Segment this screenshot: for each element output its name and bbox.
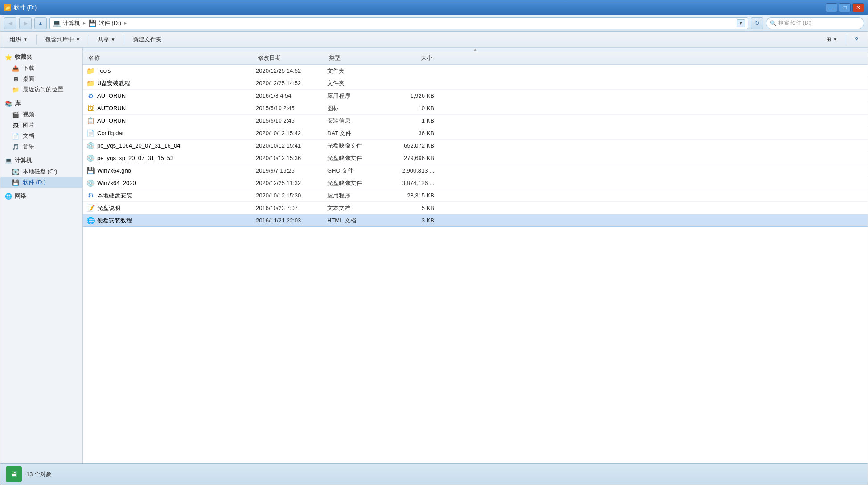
organize-button[interactable]: 组织 ▼ — [5, 33, 33, 46]
d-drive-label: 软件 (D:) — [23, 178, 45, 186]
share-button[interactable]: 共享 ▼ — [93, 33, 120, 46]
breadcrumb-computer[interactable]: 计算机 — [63, 19, 80, 27]
sidebar-item-video[interactable]: 🎬 视频 — [0, 109, 82, 120]
sidebar-item-d-drive[interactable]: 💾 软件 (D:) — [0, 177, 82, 188]
table-row[interactable]: 🖼 AUTORUN 2015/5/10 2:45 图标 10 KB — [83, 102, 868, 115]
file-name: 本地硬盘安装 — [97, 192, 132, 200]
close-button[interactable]: ✕ — [852, 3, 864, 12]
sidebar-item-pictures[interactable]: 🖼 图片 — [0, 120, 82, 131]
header-type[interactable]: 类型 — [327, 54, 381, 62]
file-name: U盘安装教程 — [97, 79, 130, 87]
include-label: 包含到库中 — [45, 36, 74, 44]
sidebar-section-library: 📚 库 🎬 视频 🖼 图片 📄 文档 🎵 音乐 — [0, 98, 82, 152]
folder-icon: 💻 — [53, 19, 61, 27]
file-icon: 📝 — [86, 204, 95, 212]
breadcrumb-dropdown[interactable]: ▼ — [737, 19, 745, 27]
share-label: 共享 — [98, 36, 109, 44]
include-library-button[interactable]: 包含到库中 ▼ — [40, 33, 85, 46]
maximize-button[interactable]: □ — [839, 3, 851, 12]
table-row[interactable]: 📁 U盘安装教程 2020/12/25 14:52 文件夹 — [83, 77, 868, 90]
table-row[interactable]: 💾 Win7x64.gho 2019/9/7 19:25 GHO 文件 2,90… — [83, 164, 868, 177]
documents-label: 文档 — [23, 132, 34, 140]
sidebar-header-network[interactable]: 🌐 网络 — [0, 190, 82, 202]
favorites-label: 收藏夹 — [15, 53, 32, 61]
file-type: 光盘映像文件 — [327, 142, 381, 150]
table-row[interactable]: 📁 Tools 2020/12/25 14:52 文件夹 — [83, 65, 868, 77]
sidebar-item-desktop[interactable]: 🖥 桌面 — [0, 74, 82, 84]
header-name[interactable]: 名称 — [86, 54, 256, 62]
organize-arrow: ▼ — [23, 37, 28, 42]
new-folder-button[interactable]: 新建文件夹 — [128, 33, 167, 46]
view-icon: ⊞ — [826, 36, 831, 43]
desktop-label: 桌面 — [23, 75, 34, 83]
file-type: 图标 — [327, 104, 381, 112]
up-button[interactable]: ▲ — [34, 17, 47, 29]
library-label: 库 — [15, 99, 21, 107]
file-name: AUTORUN — [97, 92, 126, 99]
table-row[interactable]: 💿 pe_yqs_xp_20_07_31_15_53 2020/10/12 15… — [83, 152, 868, 164]
help-button[interactable]: ? — [850, 33, 863, 46]
minimize-button[interactable]: ─ — [826, 3, 837, 12]
forward-button[interactable]: ▶ — [19, 17, 32, 29]
sidebar-item-recent[interactable]: 📁 最近访问的位置 — [0, 84, 82, 95]
titlebar: 📁 软件 (D:) ─ □ ✕ — [0, 0, 868, 15]
table-row[interactable]: 📝 光盘说明 2016/10/23 7:07 文本文档 5 KB — [83, 202, 868, 214]
file-type: 文件夹 — [327, 79, 381, 87]
file-date: 2016/11/21 22:03 — [256, 217, 327, 224]
file-icon: 📁 — [86, 79, 95, 87]
sidebar-item-documents[interactable]: 📄 文档 — [0, 131, 82, 141]
file-icon: ⚙ — [86, 192, 95, 200]
table-row[interactable]: ⚙ 本地硬盘安装 2020/10/12 15:30 应用程序 28,315 KB — [83, 189, 868, 202]
file-size: 1,926 KB — [381, 92, 434, 99]
documents-icon: 📄 — [12, 132, 19, 140]
file-name: AUTORUN — [97, 117, 126, 124]
breadcrumb-drive[interactable]: 软件 (D:) — [99, 19, 121, 27]
file-icon: 📁 — [86, 67, 95, 75]
table-row[interactable]: 🌐 硬盘安装教程 2016/11/21 22:03 HTML 文档 3 KB — [83, 214, 868, 227]
titlebar-title: 软件 (D:) — [14, 4, 37, 12]
sidebar-item-c-drive[interactable]: 💽 本地磁盘 (C:) — [0, 166, 82, 177]
sidebar-header-library[interactable]: 📚 库 — [0, 98, 82, 109]
file-icon: 📋 — [86, 117, 95, 125]
search-icon: 🔍 — [770, 20, 777, 26]
file-date: 2016/1/8 4:54 — [256, 92, 327, 99]
sidebar-header-favorites[interactable]: ⭐ 收藏夹 — [0, 51, 82, 63]
file-size: 2,900,813 ... — [381, 167, 434, 174]
file-date: 2020/12/25 14:52 — [256, 80, 327, 86]
titlebar-controls: ─ □ ✕ — [826, 3, 864, 12]
table-row[interactable]: 📄 Config.dat 2020/10/12 15:42 DAT 文件 36 … — [83, 127, 868, 140]
search-bar[interactable]: 🔍 搜索 软件 (D:) — [766, 17, 864, 29]
table-row[interactable]: 💿 pe_yqs_1064_20_07_31_16_04 2020/10/12 … — [83, 140, 868, 152]
search-placeholder: 搜索 软件 (D:) — [778, 19, 812, 27]
desktop-icon: 🖥 — [12, 75, 19, 82]
sidebar-item-downloads[interactable]: 📥 下载 — [0, 63, 82, 74]
file-size: 28,315 KB — [381, 192, 434, 199]
sidebar-header-computer[interactable]: 💻 计算机 — [0, 155, 82, 166]
network-label: 网络 — [15, 192, 26, 200]
header-date[interactable]: 修改日期 — [256, 54, 327, 62]
separator-2 — [89, 35, 89, 45]
view-button[interactable]: ⊞ ▼ — [821, 33, 842, 46]
music-label: 音乐 — [23, 143, 34, 151]
video-label: 视频 — [23, 111, 34, 119]
file-size: 36 KB — [381, 130, 434, 136]
file-size: 10 KB — [381, 105, 434, 111]
organize-label: 组织 — [10, 36, 21, 44]
table-row[interactable]: 💿 Win7x64_2020 2020/12/25 11:32 光盘映像文件 3… — [83, 177, 868, 189]
file-list-header: 名称 修改日期 类型 大小 — [83, 51, 868, 65]
file-date: 2015/5/10 2:45 — [256, 105, 327, 111]
pictures-icon: 🖼 — [12, 122, 19, 129]
toolbar-right: ⊞ ▼ ? — [821, 33, 863, 46]
table-row[interactable]: 📋 AUTORUN 2015/5/10 2:45 安装信息 1 KB — [83, 115, 868, 127]
sidebar-section-favorites: ⭐ 收藏夹 📥 下载 🖥 桌面 📁 最近访问的位置 — [0, 51, 82, 95]
refresh-button[interactable]: ↻ — [751, 17, 763, 29]
header-size[interactable]: 大小 — [381, 54, 434, 62]
table-row[interactable]: ⚙ AUTORUN 2016/1/8 4:54 应用程序 1,926 KB — [83, 90, 868, 102]
back-button[interactable]: ◀ — [4, 17, 16, 29]
sidebar-item-music[interactable]: 🎵 音乐 — [0, 141, 82, 152]
music-icon: 🎵 — [12, 143, 19, 150]
breadcrumb-bar[interactable]: 💻 计算机 ► 💾 软件 (D:) ► ▼ — [49, 17, 748, 29]
addressbar: ◀ ▶ ▲ 💻 计算机 ► 💾 软件 (D:) ► ▼ ↻ 🔍 搜索 软件 (D… — [0, 15, 868, 32]
file-name: AUTORUN — [97, 105, 126, 111]
file-date: 2015/5/10 2:45 — [256, 117, 327, 124]
